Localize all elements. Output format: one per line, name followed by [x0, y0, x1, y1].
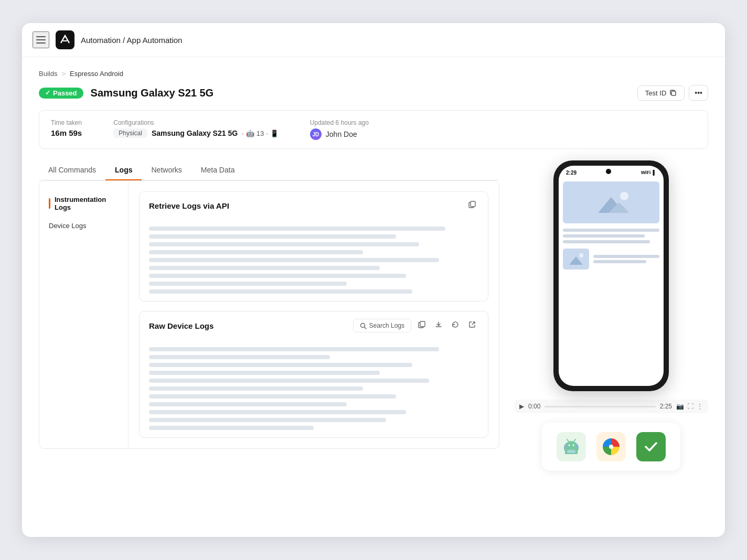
- active-bar: [49, 198, 50, 209]
- log-line: [149, 363, 412, 367]
- expand-icon[interactable]: ⛶: [687, 403, 693, 410]
- right-panel: 2:29 WiFi ▌: [514, 160, 708, 471]
- test-id-button[interactable]: Test ID: [637, 85, 685, 101]
- log-line: [149, 379, 429, 383]
- log-line: [149, 227, 445, 231]
- refresh-icon-btn[interactable]: [449, 319, 462, 332]
- log-line: [149, 371, 380, 375]
- phone-text-lines: [563, 229, 659, 243]
- search-logs-button[interactable]: Search Logs: [353, 319, 411, 332]
- log-line: [149, 386, 363, 391]
- copy-icon-btn[interactable]: [466, 199, 478, 212]
- svg-line-26: [567, 439, 569, 441]
- logs-panel: Instrumentation Logs Device Logs Retriev…: [39, 180, 499, 449]
- physical-badge: Physical: [113, 128, 147, 138]
- more-icon[interactable]: ⋮: [697, 403, 703, 410]
- log-line: [149, 274, 406, 278]
- header-actions: Test ID •••: [637, 85, 708, 101]
- phone-thumb-lines: [593, 255, 659, 263]
- video-progress[interactable]: [545, 406, 655, 407]
- wifi-icon: WiFi: [641, 170, 651, 175]
- breadcrumb-builds[interactable]: Builds: [39, 70, 57, 78]
- phone-thumbnail: [563, 249, 589, 270]
- play-icon[interactable]: ▶: [519, 403, 524, 410]
- tab-meta-data[interactable]: Meta Data: [191, 160, 244, 180]
- logs-sidebar: Instrumentation Logs Device Logs: [39, 181, 129, 448]
- breadcrumb: Builds > Espresso Android: [39, 70, 708, 78]
- search-logs-label: Search Logs: [369, 322, 404, 329]
- phone-camera: [606, 169, 611, 174]
- dot-separator2: ·: [266, 130, 268, 137]
- check-app-icon: [636, 432, 666, 461]
- svg-point-23: [566, 441, 577, 450]
- phone-small-row: [563, 249, 659, 270]
- more-options-button[interactable]: •••: [689, 85, 708, 101]
- retrieve-logs-header: Retrieve Logs via API: [140, 192, 488, 219]
- log-line: [149, 234, 396, 239]
- main-split: All Commands Logs Networks Meta Data Ins…: [39, 160, 708, 471]
- retrieve-logs-actions: [466, 199, 478, 212]
- page-header: ✓ Passed Samsung Galaxy S21 5G Test ID •…: [39, 85, 708, 101]
- log-line: [149, 242, 419, 246]
- config-icons: · 🤖 13 · 📱: [242, 130, 279, 137]
- svg-point-15: [620, 192, 628, 200]
- raw-device-logs-title: Raw Device Logs: [149, 321, 214, 330]
- external-link-icon-btn[interactable]: [466, 319, 478, 332]
- info-card: Time taken 16m 59s Configurations Physic…: [39, 110, 708, 149]
- log-line: [149, 266, 380, 270]
- raw-device-logs-actions: Search Logs: [353, 319, 478, 332]
- page-header-left: ✓ Passed Samsung Galaxy S21 5G: [39, 87, 214, 99]
- camera-icon[interactable]: 📷: [676, 403, 684, 410]
- svg-line-27: [574, 439, 575, 441]
- breadcrumb-current: Espresso Android: [70, 70, 123, 78]
- svg-point-31: [642, 437, 660, 456]
- content-area: Builds > Espresso Android ✓ Passed Samsu…: [22, 57, 725, 537]
- tab-all-commands[interactable]: All Commands: [39, 160, 105, 180]
- log-line: [149, 282, 347, 286]
- current-time: 0:00: [528, 403, 540, 410]
- updated-time: Updated 6 hours ago: [310, 119, 369, 126]
- pinwheel-app-icon: [596, 432, 626, 461]
- time-group: Time taken 16m 59s: [51, 119, 82, 137]
- breadcrumb-separator: >: [61, 70, 66, 78]
- tab-logs[interactable]: Logs: [105, 160, 142, 180]
- svg-rect-1: [36, 39, 46, 40]
- device-logs-label: Device Logs: [49, 222, 87, 230]
- logs-main: Retrieve Logs via API: [129, 181, 499, 448]
- log-line: [149, 355, 330, 359]
- time-label: Time taken: [51, 119, 82, 126]
- passed-badge: ✓ Passed: [39, 88, 83, 99]
- topbar: Automation / App Automation: [22, 23, 725, 57]
- config-device: Samsung Galaxy S21 5G: [152, 129, 238, 137]
- tab-networks[interactable]: Networks: [142, 160, 191, 180]
- log-line: [149, 289, 412, 294]
- phone-content: [559, 177, 664, 386]
- sidebar-item-instrumentation-logs[interactable]: Instrumentation Logs: [39, 190, 128, 217]
- phone-mockup: 2:29 WiFi ▌: [553, 160, 669, 391]
- menu-icon[interactable]: [33, 31, 49, 48]
- phone-text-line: [593, 260, 646, 263]
- svg-rect-2: [36, 42, 46, 44]
- svg-rect-5: [671, 91, 676, 95]
- log-line: [149, 394, 396, 399]
- phone-status-icons: WiFi ▌: [641, 170, 656, 175]
- svg-point-25: [573, 445, 574, 446]
- log-line: [149, 410, 406, 414]
- tabs: All Commands Logs Networks Meta Data: [39, 160, 499, 180]
- phone-image-block: [563, 181, 659, 223]
- phone-text-line: [563, 229, 659, 232]
- topbar-title: Automation / App Automation: [81, 36, 182, 45]
- sidebar-item-device-logs[interactable]: Device Logs: [39, 217, 128, 235]
- instrumentation-logs-label: Instrumentation Logs: [55, 196, 119, 211]
- log-line: [149, 402, 347, 406]
- phone-text-line: [563, 234, 645, 238]
- copy-icon-btn2[interactable]: [415, 319, 428, 332]
- log-line: [149, 426, 314, 430]
- svg-rect-7: [471, 201, 475, 207]
- download-icon-btn[interactable]: [432, 319, 445, 332]
- duration: 2:25: [660, 403, 672, 410]
- phone-text-line: [563, 240, 650, 243]
- updated-user: JD John Doe: [310, 128, 369, 140]
- main-window: Automation / App Automation Builds > Esp…: [22, 23, 725, 537]
- config-group: Configurations Physical Samsung Galaxy S…: [113, 119, 279, 138]
